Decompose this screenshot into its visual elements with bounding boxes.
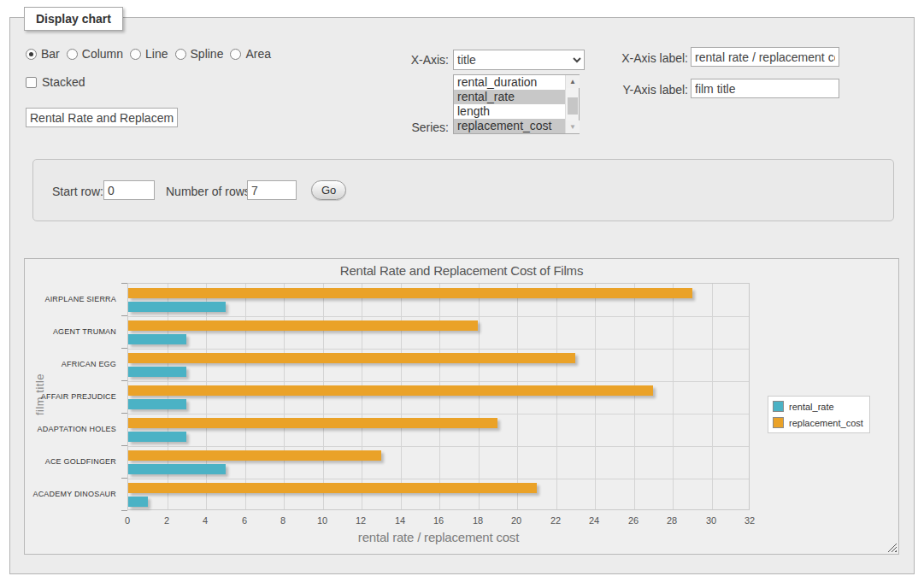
gridline-v-4 bbox=[206, 284, 207, 509]
x-tick-label-22: 22 bbox=[539, 515, 573, 526]
bar-rental_rate bbox=[128, 367, 186, 377]
chart-type-option-line: Line bbox=[130, 47, 168, 61]
radio-area[interactable] bbox=[230, 49, 241, 60]
radio-label-area: Area bbox=[245, 47, 271, 61]
scrollbar-up-icon[interactable]: ▲ bbox=[566, 75, 580, 88]
gridline-v-26 bbox=[634, 284, 635, 509]
category-label: AFFAIR PREJUDICE bbox=[25, 380, 121, 413]
series-options: rental_durationrental_ratelengthreplacem… bbox=[454, 75, 565, 133]
x-tick-label-14: 14 bbox=[383, 515, 417, 526]
gridline-h-5 bbox=[128, 446, 749, 447]
category-label: ADAPTATION HOLES bbox=[25, 413, 121, 445]
series-listbox-label: Series: bbox=[389, 121, 449, 134]
category-label: ACE GOLDFINGER bbox=[25, 445, 121, 478]
bar-rental_rate bbox=[128, 432, 186, 442]
gridline-v-20 bbox=[517, 284, 518, 509]
x-tick-label-6: 6 bbox=[227, 515, 262, 526]
x-axis-label-label: X-Axis label: bbox=[611, 51, 688, 65]
series-option-replacement_cost[interactable]: replacement_cost bbox=[454, 119, 565, 133]
category-label: AIRPLANE SIERRA bbox=[25, 283, 121, 315]
x-axis-select[interactable]: title bbox=[453, 50, 585, 70]
bar-rental_rate bbox=[128, 497, 148, 507]
chart-title-input[interactable] bbox=[26, 108, 178, 127]
x-tick-label-18: 18 bbox=[461, 515, 495, 526]
x-tick-label-24: 24 bbox=[577, 515, 611, 526]
num-rows-label: Number of rows: bbox=[166, 185, 254, 198]
legend-swatch-replacement_cost bbox=[773, 417, 784, 428]
y-tick-mark-6 bbox=[121, 478, 127, 479]
scrollbar-thumb[interactable] bbox=[568, 97, 578, 115]
gridline-h-1 bbox=[128, 316, 749, 317]
gridline-v-24 bbox=[595, 284, 596, 509]
resize-handle-icon[interactable] bbox=[887, 543, 897, 552]
chart-type-option-area: Area bbox=[230, 47, 271, 61]
series-option-rental_rate[interactable]: rental_rate bbox=[454, 90, 565, 104]
scrollbar-down-icon[interactable]: ▼ bbox=[566, 121, 580, 133]
category-label: ACADEMY DINOSAUR bbox=[25, 478, 121, 510]
bar-rental_rate bbox=[128, 399, 186, 409]
x-tick-label-4: 4 bbox=[188, 515, 222, 526]
gridline-h-3 bbox=[128, 381, 749, 382]
x-tick-label-0: 0 bbox=[110, 515, 144, 526]
page: Display chart BarColumnLineSplineArea St… bbox=[0, 0, 924, 582]
go-button[interactable]: Go bbox=[311, 180, 346, 200]
y-tick-mark-2 bbox=[121, 348, 127, 349]
legend-entry-rental_rate: rental_rate bbox=[773, 401, 863, 412]
radio-column[interactable] bbox=[67, 49, 78, 60]
stacked-checkbox-row: Stacked bbox=[26, 75, 85, 89]
gridline-v-12 bbox=[362, 284, 362, 509]
radio-line[interactable] bbox=[130, 49, 141, 60]
radio-spline[interactable] bbox=[175, 49, 186, 60]
bar-rental_rate bbox=[128, 464, 226, 474]
bar-replacement_cost bbox=[128, 450, 381, 461]
legend-label-replacement_cost: replacement_cost bbox=[789, 418, 863, 428]
start-row-input[interactable] bbox=[103, 180, 155, 200]
x-tick-label-26: 26 bbox=[616, 515, 650, 526]
x-tick-label-12: 12 bbox=[344, 515, 378, 526]
fieldset-legend: Display chart bbox=[24, 7, 123, 31]
gridline-v-28 bbox=[673, 284, 674, 509]
chart-container: Rental Rate and Replacement Cost of Film… bbox=[24, 258, 899, 555]
y-tick-mark-5 bbox=[121, 445, 127, 446]
radio-label-bar: Bar bbox=[41, 47, 60, 61]
series-option-length[interactable]: length bbox=[454, 104, 565, 119]
bar-replacement_cost bbox=[128, 483, 537, 493]
chart-title: Rental Rate and Replacement Cost of Film… bbox=[25, 263, 898, 278]
chart-type-option-column: Column bbox=[67, 47, 123, 61]
y-axis-label-label: Y-Axis label: bbox=[611, 83, 688, 97]
gridline-v-16 bbox=[439, 284, 440, 509]
gridline-h-4 bbox=[128, 414, 749, 414]
x-axis-select-label: X-Axis: bbox=[389, 53, 449, 67]
stacked-checkbox[interactable] bbox=[26, 77, 37, 88]
num-rows-input[interactable] bbox=[247, 180, 297, 200]
series-listbox[interactable]: rental_durationrental_ratelengthreplacem… bbox=[453, 74, 580, 134]
chart-x-axis-title: rental rate / replacement cost bbox=[127, 530, 750, 544]
gridline-v-14 bbox=[401, 284, 402, 509]
y-tick-mark-4 bbox=[121, 413, 127, 414]
y-tick-mark-0 bbox=[121, 283, 127, 284]
chart-legend: rental_ratereplacement_cost bbox=[768, 396, 870, 433]
bar-replacement_cost bbox=[128, 385, 653, 396]
bar-replacement_cost bbox=[128, 353, 575, 363]
radio-bar[interactable] bbox=[26, 49, 37, 60]
bar-replacement_cost bbox=[128, 320, 478, 331]
legend-swatch-rental_rate bbox=[773, 401, 784, 412]
y-tick-mark-1 bbox=[121, 315, 127, 316]
y-axis-label-input[interactable] bbox=[691, 79, 839, 98]
stacked-label: Stacked bbox=[42, 75, 85, 89]
gridline-v-2 bbox=[168, 284, 168, 509]
x-axis-label-input[interactable] bbox=[691, 47, 839, 67]
legend-label-rental_rate: rental_rate bbox=[789, 402, 834, 412]
chart-type-option-spline: Spline bbox=[175, 47, 224, 61]
x-tick-label-32: 32 bbox=[733, 515, 767, 526]
bar-replacement_cost bbox=[128, 418, 497, 428]
start-row-label: Start row: bbox=[52, 185, 103, 198]
series-scrollbar[interactable]: ▲ ▼ bbox=[565, 75, 579, 133]
x-tick-label-28: 28 bbox=[655, 515, 689, 526]
category-label: AGENT TRUMAN bbox=[25, 315, 121, 348]
series-option-rental_duration[interactable]: rental_duration bbox=[454, 75, 565, 90]
y-tick-mark-3 bbox=[121, 380, 127, 381]
legend-entry-replacement_cost: replacement_cost bbox=[773, 417, 863, 428]
radio-label-column: Column bbox=[82, 47, 123, 61]
gridline-v-18 bbox=[479, 284, 480, 509]
